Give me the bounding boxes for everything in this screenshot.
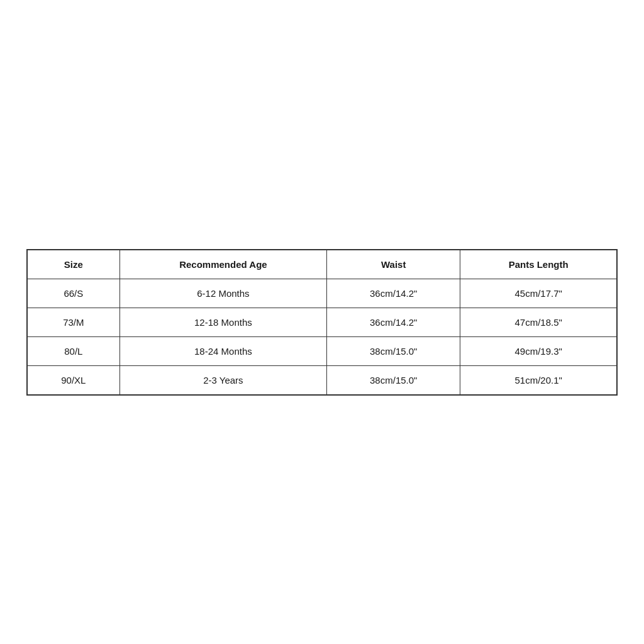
table-row: 73/M12-18 Months36cm/14.2"47cm/18.5" [27, 308, 617, 336]
header-waist: Waist [327, 250, 460, 279]
table-header-row: Size Recommended Age Waist Pants Length [27, 250, 617, 279]
cell-waist: 36cm/14.2" [327, 279, 460, 308]
header-size: Size [27, 250, 119, 279]
cell-recommended-age: 2-3 Years [119, 365, 326, 395]
cell-waist: 36cm/14.2" [327, 308, 460, 336]
table-row: 90/XL2-3 Years38cm/15.0"51cm/20.1" [27, 365, 617, 395]
cell-pants-length: 51cm/20.1" [460, 365, 617, 395]
cell-recommended-age: 18-24 Months [119, 336, 326, 365]
table-row: 80/L18-24 Months38cm/15.0"49cm/19.3" [27, 336, 617, 365]
table-row: 66/S6-12 Months36cm/14.2"45cm/17.7" [27, 279, 617, 308]
cell-size: 80/L [27, 336, 119, 365]
cell-size: 73/M [27, 308, 119, 336]
size-chart-container: Size Recommended Age Waist Pants Length … [26, 249, 618, 396]
cell-size: 66/S [27, 279, 119, 308]
size-chart-table: Size Recommended Age Waist Pants Length … [26, 249, 618, 396]
cell-waist: 38cm/15.0" [327, 365, 460, 395]
cell-pants-length: 47cm/18.5" [460, 308, 617, 336]
cell-size: 90/XL [27, 365, 119, 395]
cell-recommended-age: 12-18 Months [119, 308, 326, 336]
cell-pants-length: 49cm/19.3" [460, 336, 617, 365]
cell-pants-length: 45cm/17.7" [460, 279, 617, 308]
header-recommended-age: Recommended Age [119, 250, 326, 279]
header-pants-length: Pants Length [460, 250, 617, 279]
cell-waist: 38cm/15.0" [327, 336, 460, 365]
cell-recommended-age: 6-12 Months [119, 279, 326, 308]
